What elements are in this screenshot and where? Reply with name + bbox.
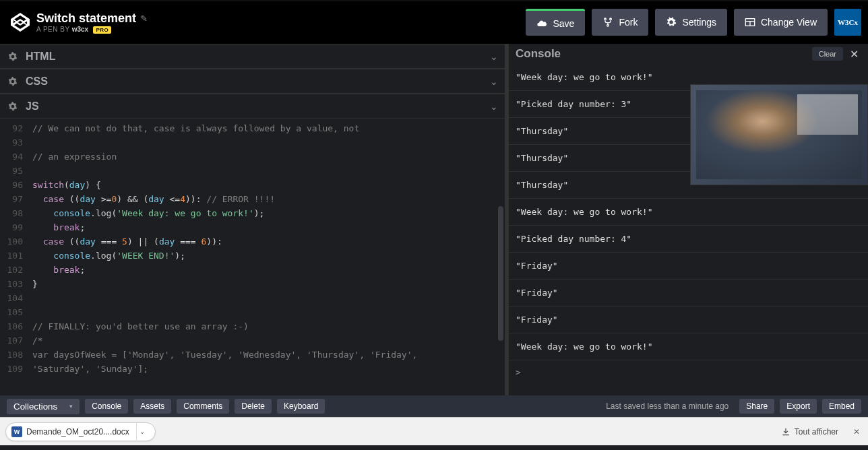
pen-title[interactable]: Switch statement — [36, 11, 136, 26]
chevron-down-icon[interactable]: ⌄ — [490, 51, 498, 62]
clear-console-button[interactable]: Clear — [812, 47, 843, 61]
share-button[interactable]: Share — [739, 399, 774, 414]
editors-column: HTML ⌄ CSS ⌄ JS ⌄ 9293949596979899100101… — [0, 44, 509, 395]
assets-button[interactable]: Assets — [133, 399, 171, 414]
gear-icon — [666, 17, 677, 28]
author-link[interactable]: w3cx — [72, 26, 88, 33]
chevron-down-icon[interactable]: ⌄ — [490, 76, 498, 87]
js-pane-title: JS — [26, 100, 490, 112]
code-content[interactable]: // We can not do that, case is always fo… — [27, 119, 505, 395]
comments-button[interactable]: Comments — [177, 399, 229, 414]
show-all-downloads[interactable]: Tout afficher — [776, 424, 844, 439]
export-button[interactable]: Export — [780, 399, 817, 414]
browser-download-bar: W Demande_OM_oct20....docx ⌄ Tout affich… — [0, 417, 868, 445]
close-download-bar-icon[interactable]: ✕ — [850, 424, 863, 439]
html-pane-header[interactable]: HTML ⌄ — [0, 44, 505, 69]
output-column: Console Clear ✕ "Week day: we go to work… — [509, 44, 868, 395]
scrollbar-thumb[interactable] — [498, 206, 503, 341]
console-line: "Friday" — [509, 253, 868, 280]
css-pane-header[interactable]: CSS ⌄ — [0, 69, 505, 94]
js-editor[interactable]: 9293949596979899100101102103104105106107… — [0, 119, 505, 395]
chevron-down-icon[interactable]: ⌄ — [136, 422, 148, 441]
fork-icon — [602, 17, 613, 28]
gear-icon[interactable] — [7, 75, 19, 88]
word-doc-icon: W — [11, 426, 22, 437]
webcam-overlay — [690, 84, 868, 185]
save-button[interactable]: Save — [526, 9, 585, 36]
embed-button[interactable]: Embed — [822, 399, 861, 414]
close-console-icon[interactable]: ✕ — [847, 48, 861, 61]
line-gutter: 9293949596979899100101102103104105106107… — [0, 119, 27, 395]
console-line: "Week day: we go to work!" — [509, 333, 868, 360]
save-status: Last saved less than a minute ago — [606, 401, 728, 411]
css-pane-title: CSS — [26, 75, 490, 88]
chevron-down-icon[interactable]: ⌄ — [490, 101, 498, 112]
title-block: Switch statement ✎ A PEN BY w3cx PRO — [36, 11, 148, 33]
console-line: "Friday" — [509, 280, 868, 307]
gear-icon[interactable] — [7, 100, 19, 112]
js-pane-header[interactable]: JS ⌄ — [0, 94, 505, 119]
console-header: Console Clear ✕ — [509, 44, 868, 64]
download-filename: Demande_OM_oct20....docx — [26, 427, 129, 437]
byline: A PEN BY w3cx PRO — [36, 26, 148, 33]
settings-button[interactable]: Settings — [655, 9, 727, 36]
gear-icon[interactable] — [7, 51, 19, 63]
layout-icon — [745, 17, 755, 28]
download-chip[interactable]: W Demande_OM_oct20....docx ⌄ — [5, 422, 156, 441]
console-output[interactable]: "Week day: we go to work!""Picked day nu… — [509, 64, 868, 395]
footer-bar: Collections Console Assets Comments Dele… — [0, 395, 868, 417]
console-title: Console — [516, 47, 812, 61]
change-view-button[interactable]: Change View — [734, 9, 828, 36]
app-header: Switch statement ✎ A PEN BY w3cx PRO Sav… — [0, 0, 868, 44]
console-line: "Friday" — [509, 307, 868, 333]
cloud-icon — [536, 18, 547, 29]
html-pane-title: HTML — [26, 51, 490, 63]
workspace: HTML ⌄ CSS ⌄ JS ⌄ 9293949596979899100101… — [0, 44, 868, 395]
edit-title-icon[interactable]: ✎ — [140, 13, 148, 24]
collections-dropdown[interactable]: Collections — [7, 399, 80, 414]
pro-badge: PRO — [93, 26, 111, 34]
console-toggle-button[interactable]: Console — [85, 399, 128, 414]
console-prompt[interactable]: > — [509, 360, 868, 384]
delete-button[interactable]: Delete — [235, 399, 272, 414]
console-line: "Picked day number: 4" — [509, 226, 868, 253]
console-line: "Week day: we go to work!" — [509, 199, 868, 226]
user-avatar[interactable]: W3Cx — [834, 9, 861, 36]
fork-button[interactable]: Fork — [592, 9, 648, 36]
codepen-logo[interactable] — [11, 13, 30, 32]
keyboard-button[interactable]: Keyboard — [277, 399, 325, 414]
download-icon — [781, 427, 790, 437]
